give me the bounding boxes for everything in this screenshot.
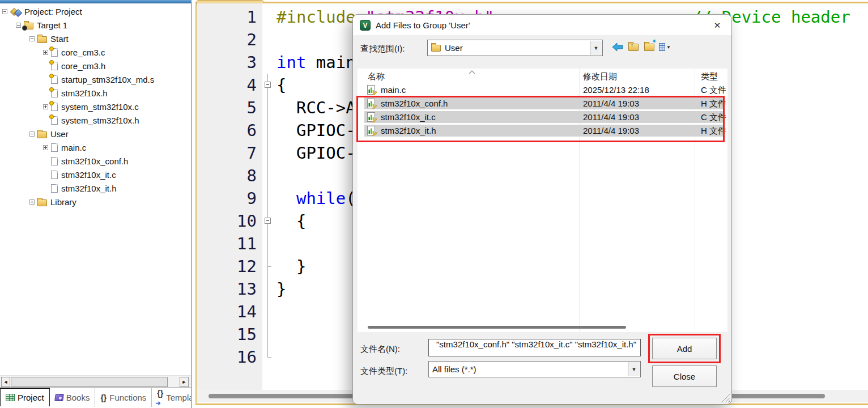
scroll-left-button[interactable]: ◄ bbox=[1, 377, 10, 387]
code-segment-keyword: while bbox=[296, 189, 346, 208]
tab-project[interactable]: Project bbox=[0, 388, 50, 406]
file-name-input[interactable]: "stm32f10x_conf.h" "stm32f10x_it.c" "stm… bbox=[428, 339, 641, 356]
code-text: GPIOC- bbox=[274, 119, 356, 142]
file-type-combobox[interactable]: All files (*.*) ▼ bbox=[428, 361, 641, 377]
tree-item-label: Project: Project bbox=[24, 7, 82, 16]
sort-ascending-icon bbox=[469, 66, 475, 76]
tab-label: Books bbox=[66, 393, 90, 402]
file-key-icon bbox=[51, 103, 58, 111]
code-segment-plain: GPIOC- bbox=[276, 121, 356, 140]
code-text: int main bbox=[274, 51, 356, 74]
scroll-right-button[interactable]: ► bbox=[180, 377, 189, 387]
tree-item[interactable]: Start bbox=[0, 32, 190, 45]
fold-line bbox=[267, 142, 268, 164]
chevron-down-icon[interactable]: ▼ bbox=[590, 41, 602, 55]
tree-item[interactable]: Library bbox=[0, 195, 190, 209]
column-header-name[interactable]: 名称 bbox=[368, 71, 385, 82]
tree-item-label: core_cm3.h bbox=[61, 61, 105, 71]
fold-margin[interactable] bbox=[262, 210, 274, 232]
tree-item[interactable]: system_stm32f10x.c bbox=[0, 100, 190, 113]
tree-item[interactable]: core_cm3.c bbox=[0, 45, 190, 59]
fold-collapse-icon[interactable] bbox=[265, 82, 271, 88]
tree-item-label: startup_stm32f10x_md.s bbox=[61, 75, 154, 84]
tree-expander[interactable] bbox=[43, 50, 48, 55]
tree-item[interactable]: stm32f10x_it.h bbox=[0, 181, 190, 195]
line-number: 6 bbox=[197, 119, 262, 142]
close-icon[interactable]: ✕ bbox=[711, 19, 724, 32]
code-segment-plain: } bbox=[276, 279, 286, 299]
fold-margin bbox=[262, 346, 274, 368]
fold-end-tick bbox=[267, 266, 271, 267]
tree-item[interactable]: core_cm3.h bbox=[0, 59, 190, 73]
fold-margin bbox=[262, 232, 274, 255]
fold-margin bbox=[262, 142, 274, 164]
tree-item[interactable]: User bbox=[0, 127, 190, 141]
fold-margin bbox=[262, 96, 274, 119]
line-number: 15 bbox=[197, 323, 262, 346]
tree-item[interactable]: stm32f10x_conf.h bbox=[0, 154, 190, 168]
tree-item[interactable]: startup_stm32f10x_md.s bbox=[0, 73, 190, 86]
panel-top-divider bbox=[0, 0, 192, 3]
tree-item-label: Start bbox=[50, 34, 69, 44]
tree-expander[interactable] bbox=[29, 131, 35, 137]
fold-collapse-icon[interactable] bbox=[265, 218, 271, 224]
tree-item[interactable]: main.c bbox=[0, 141, 190, 154]
new-folder-icon[interactable]: ✷ bbox=[643, 41, 655, 53]
file-icon bbox=[51, 171, 58, 179]
tree-item[interactable]: Target 1 bbox=[0, 18, 190, 32]
source-file-icon bbox=[367, 85, 377, 97]
code-text bbox=[274, 323, 276, 346]
look-in-combobox[interactable]: User ▼ bbox=[427, 40, 603, 56]
code-segment-plain: GPIOC- bbox=[276, 143, 356, 163]
tree-item[interactable]: Project: Project bbox=[0, 5, 190, 18]
up-one-level-icon[interactable]: ↑ bbox=[627, 41, 639, 53]
resize-grip[interactable] bbox=[721, 394, 730, 402]
code-segment-plain bbox=[276, 189, 296, 208]
tab-books[interactable]: Books bbox=[50, 388, 96, 407]
file-key-icon bbox=[51, 48, 58, 57]
project-tree: Project: ProjectTarget 1Startcore_cm3.cc… bbox=[0, 5, 190, 374]
line-number: 8 bbox=[197, 164, 262, 187]
tree-item[interactable]: stm32f10x_it.c bbox=[0, 168, 190, 181]
column-header-date[interactable]: 修改日期 bbox=[583, 71, 617, 82]
code-segment-plain: RCC->A bbox=[276, 98, 356, 117]
dialog-titlebar[interactable]: V Add Files to Group 'User' ✕ bbox=[353, 15, 731, 35]
close-button[interactable]: Close bbox=[652, 366, 717, 387]
target-icon bbox=[24, 23, 33, 29]
tree-expander[interactable] bbox=[16, 23, 21, 28]
tree-expander[interactable] bbox=[2, 9, 7, 14]
code-segment-keyword: int bbox=[276, 53, 306, 72]
tree-expander[interactable] bbox=[29, 36, 35, 41]
tree-expander[interactable] bbox=[43, 145, 48, 150]
templates-icon: {}➜ bbox=[157, 389, 163, 407]
fold-end-tick bbox=[267, 357, 271, 358]
tree-expander[interactable] bbox=[43, 104, 48, 109]
fold-margin bbox=[262, 278, 274, 300]
uvision-app-icon: V bbox=[360, 20, 371, 31]
file-row[interactable]: main.c2025/12/13 22:18C 文件 bbox=[358, 83, 727, 97]
panel-bottom-tabs: ProjectBooks{}Functions{}➜Templates bbox=[0, 388, 191, 407]
line-number: 1 bbox=[197, 6, 262, 28]
line-number: 11 bbox=[197, 232, 262, 255]
tree-expander[interactable] bbox=[29, 199, 35, 205]
fold-margin[interactable] bbox=[262, 74, 274, 96]
back-icon[interactable] bbox=[611, 41, 623, 53]
file-icon bbox=[51, 184, 58, 193]
list-scrollbar-thumb[interactable] bbox=[368, 326, 626, 329]
line-number: 4 bbox=[197, 74, 262, 96]
tree-item[interactable]: stm32f10x.h bbox=[0, 86, 190, 100]
view-menu-icon[interactable]: ▼ bbox=[659, 41, 671, 53]
project-panel: Project: ProjectTarget 1Startcore_cm3.cc… bbox=[0, 0, 192, 408]
scrollbar-thumb[interactable] bbox=[11, 377, 168, 387]
dialog-toolbar: ↑ ✷ ▼ bbox=[611, 41, 671, 53]
add-button-annotation-box bbox=[648, 334, 721, 363]
folder-open-icon bbox=[37, 36, 47, 43]
code-text bbox=[274, 346, 276, 368]
chevron-down-icon[interactable]: ▼ bbox=[628, 362, 640, 376]
tab-functions[interactable]: {}Functions bbox=[95, 388, 152, 407]
tree-item[interactable]: system_stm32f10x.h bbox=[0, 113, 190, 127]
column-header-type[interactable]: 类型 bbox=[701, 71, 718, 82]
code-text: RCC->A bbox=[274, 96, 356, 119]
panel-horizontal-scrollbar[interactable]: ◄ ► bbox=[0, 375, 191, 388]
look-in-label: 查找范围(I): bbox=[360, 44, 405, 54]
